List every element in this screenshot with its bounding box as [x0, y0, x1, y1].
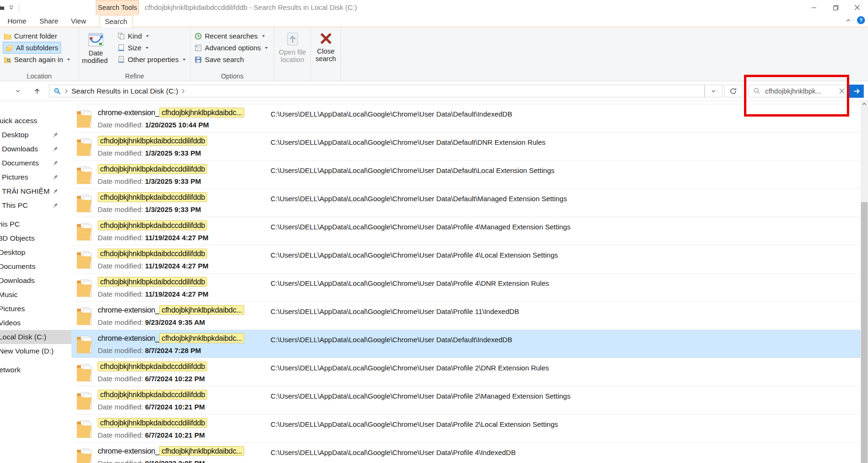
scrollbar-thumb[interactable]	[861, 202, 868, 463]
folder-icon	[76, 220, 95, 242]
result-name: chrome-extension_cfhdojbkjhnklbpkdaibdc.…	[98, 306, 244, 314]
search-result-row[interactable]: cfhdojbkjhnklbpkdaibdccddilifddb Date mo…	[71, 188, 860, 217]
folder-icon	[76, 164, 95, 186]
result-name: cfhdojbkjhnklbpkdaibdccddilifddb	[98, 221, 207, 230]
pin-icon	[51, 201, 59, 210]
sidebar-item[interactable]: Music	[0, 288, 71, 302]
sidebar-item[interactable]: Pictures	[0, 170, 71, 184]
search-result-row[interactable]: chrome-extension_cfhdojbkjhnklbpkdaibdc.…	[71, 301, 860, 330]
kind-button[interactable]: Kind	[117, 30, 186, 42]
sidebar-item[interactable]: Local Disk (C:)	[0, 330, 71, 344]
all-subfolders-button[interactable]: All subfolders	[3, 42, 61, 54]
collapse-ribbon-icon[interactable]	[845, 17, 851, 23]
size-button[interactable]: Size	[117, 42, 186, 54]
result-name: chrome-extension_cfhdojbkjhnklbpkdaibdc.…	[98, 109, 244, 117]
sidebar-item[interactable]: Desktop	[0, 245, 71, 259]
folder-icon	[76, 136, 95, 157]
search-result-row[interactable]: cfhdojbkjhnklbpkdaibdccddilifddb Date mo…	[71, 160, 860, 188]
customize-toolbar-icon[interactable]	[8, 5, 14, 10]
open-file-location-icon	[285, 31, 301, 47]
result-name-highlighted: cfhdojbkjhnklbpkdaibdccddilifddb	[98, 277, 207, 287]
pin-icon	[51, 145, 59, 153]
sidebar-section: Network	[0, 363, 71, 377]
sidebar-item[interactable]: Videos	[0, 316, 71, 330]
sidebar-item[interactable]: 3D Objects	[0, 231, 71, 245]
go-arrow-icon	[853, 87, 860, 95]
address-breadcrumb[interactable]: Search Results in Local Disk (C:)	[49, 85, 705, 97]
recent-locations-dropdown[interactable]	[12, 85, 23, 97]
other-properties-button[interactable]: Other properties	[117, 54, 186, 65]
tab-share[interactable]: Share	[39, 15, 58, 27]
result-date-line: Date modified:9/23/2024 9:35 AM	[98, 318, 205, 326]
result-path: C:\Users\DELL\AppData\Local\Google\Chrom…	[271, 364, 549, 372]
search-result-row[interactable]: cfhdojbkjhnklbpkdaibdccddilifddb Date mo…	[71, 245, 860, 273]
sidebar-item[interactable]: This PC	[0, 198, 71, 212]
tab-search[interactable]: Search	[100, 15, 132, 27]
tab-view[interactable]: View	[71, 15, 86, 27]
dropdown-caret	[67, 59, 70, 61]
date-modified-value: 6/7/2024 10:21 PM	[145, 431, 205, 439]
result-name: cfhdojbkjhnklbpkdaibdccddilifddb	[98, 250, 207, 258]
close-search-button[interactable]: Close search	[311, 30, 341, 63]
sidebar-item[interactable]: New Volume (D:)	[0, 344, 71, 358]
search-input[interactable]	[764, 87, 835, 95]
close-button[interactable]	[846, 0, 868, 15]
result-name-highlighted: cfhdojbkjhnklbpkdaibdccddilifddb	[98, 418, 207, 428]
sidebar-item[interactable]: Desktop	[0, 128, 71, 142]
date-modified-label: Date modified:	[98, 459, 143, 463]
search-again-in-button[interactable]: Search again in	[4, 54, 78, 65]
address-dropdown-button[interactable]	[705, 85, 722, 97]
sidebar-item[interactable]: Downloads	[0, 142, 71, 156]
result-name: cfhdojbkjhnklbpkdaibdccddilifddb	[98, 193, 207, 202]
result-path: C:\Users\DELL\AppData\Local\Google\Chrom…	[271, 336, 512, 344]
date-modified-value: 6/7/2024 10:22 PM	[145, 375, 205, 383]
search-go-button[interactable]	[849, 85, 864, 98]
advanced-options-icon	[194, 44, 202, 52]
folder-icon	[76, 305, 95, 327]
quick-access-toolbar	[0, 0, 19, 15]
search-result-row[interactable]: cfhdojbkjhnklbpkdaibdccddilifddb Date mo…	[71, 132, 860, 160]
search-result-row[interactable]: cfhdojbkjhnklbpkdaibdccddilifddb Date mo…	[71, 414, 860, 442]
search-result-row[interactable]: cfhdojbkjhnklbpkdaibdccddilifddb Date mo…	[71, 217, 860, 245]
sidebar-item[interactable]: Pictures	[0, 302, 71, 316]
save-search-button[interactable]: Save search	[194, 54, 274, 65]
ribbon-group-refine: Date modified Kind Size Other properties…	[79, 27, 191, 81]
result-name-highlighted: cfhdojbkjhnklbpkdaibdc...	[159, 305, 244, 315]
minimize-button[interactable]	[803, 0, 825, 15]
result-path: C:\Users\DELL\AppData\Local\Google\Chrom…	[271, 166, 554, 174]
refresh-button[interactable]	[724, 85, 743, 97]
help-icon[interactable]: ?	[857, 16, 865, 24]
sidebar-section-header[interactable]: Quick access	[0, 114, 71, 128]
search-result-row[interactable]: chrome-extension_cfhdojbkjhnklbpkdaibdc.…	[71, 330, 860, 358]
search-box[interactable]	[748, 85, 848, 97]
sidebar-item[interactable]: Documents	[0, 259, 71, 274]
breadcrumb-location[interactable]: Search Results in Local Disk (C:)	[71, 87, 178, 95]
sidebar-item[interactable]: TRẢI NGHIỆM	[0, 184, 71, 198]
sidebar-section-header[interactable]: This PC	[0, 217, 71, 231]
tab-home[interactable]: Home	[8, 15, 26, 27]
up-button[interactable]	[30, 85, 44, 97]
sidebar-item[interactable]: Downloads	[0, 274, 71, 288]
current-folder-button[interactable]: Current folder	[4, 30, 78, 42]
folder-icon	[76, 277, 95, 298]
date-modified-value: 1/3/2025 9:33 PM	[145, 205, 201, 213]
search-result-row[interactable]: cfhdojbkjhnklbpkdaibdccddilifddb Date mo…	[71, 273, 860, 301]
sidebar-item[interactable]: Documents	[0, 156, 71, 170]
search-result-row[interactable]: cfhdojbkjhnklbpkdaibdccddilifddb Date mo…	[71, 386, 860, 414]
result-name: cfhdojbkjhnklbpkdaibdccddilifddb	[98, 278, 207, 286]
open-file-location-button[interactable]: Open file location	[274, 30, 310, 63]
sidebar-section-header[interactable]: Network	[0, 363, 71, 377]
result-date-line: Date modified:1/20/2025 10:44 PM	[98, 121, 209, 129]
folder-icon	[76, 446, 95, 463]
folder-icon	[76, 418, 95, 439]
ribbon-group-close-search: Close search	[311, 27, 341, 81]
search-result-row[interactable]: cfhdojbkjhnklbpkdaibdccddilifddb Date mo…	[71, 358, 860, 386]
vertical-scrollbar[interactable]	[860, 100, 868, 463]
advanced-options-button[interactable]: Advanced options	[194, 42, 274, 54]
recent-searches-button[interactable]: Recent searches	[194, 30, 274, 42]
search-result-row[interactable]: chrome-extension_cfhdojbkjhnklbpkdaibdc.…	[71, 104, 860, 132]
result-date-line: Date modified:11/19/2024 4:27 PM	[98, 290, 209, 298]
restore-button[interactable]	[825, 0, 846, 15]
search-result-row[interactable]: chrome-extension_cfhdojbkjhnklbpkdaibdc.…	[71, 442, 860, 463]
clear-search-icon[interactable]	[839, 88, 845, 94]
